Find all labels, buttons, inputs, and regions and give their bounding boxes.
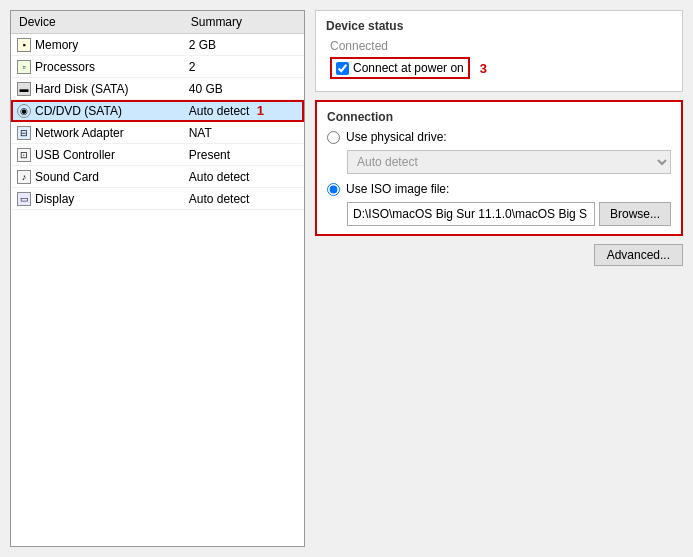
advanced-row: Advanced...	[315, 244, 683, 266]
right-panel: Device status Connected Connect at power…	[315, 10, 683, 547]
connected-row: Connected	[326, 39, 672, 53]
browse-button[interactable]: Browse...	[599, 202, 671, 226]
connected-label: Connected	[330, 39, 388, 53]
device-summary-cell: 40 GB	[183, 78, 304, 100]
cd-icon: ◉	[17, 104, 31, 118]
table-row[interactable]: ▫Processors2	[11, 56, 304, 78]
col-device-header: Device	[11, 11, 183, 34]
device-name-cell: ◉CD/DVD (SATA)	[11, 100, 183, 122]
device-name-cell: ▫Processors	[11, 56, 183, 78]
connect-power-checkbox[interactable]	[336, 62, 349, 75]
usb-icon: ⊡	[17, 148, 31, 162]
connect-power-checkbox-wrapper: Connect at power on	[330, 57, 470, 79]
device-summary-cell: Auto detect	[183, 188, 304, 210]
main-container: Device Summary ▪Memory2 GB▫Processors2▬H…	[0, 0, 693, 557]
mem-icon: ▪	[17, 38, 31, 52]
iso-path-input[interactable]	[347, 202, 595, 226]
device-summary-cell: 2 GB	[183, 34, 304, 56]
device-list-panel: Device Summary ▪Memory2 GB▫Processors2▬H…	[10, 10, 305, 547]
device-summary-cell: NAT	[183, 122, 304, 144]
advanced-button[interactable]: Advanced...	[594, 244, 683, 266]
table-row[interactable]: ▭DisplayAuto detect	[11, 188, 304, 210]
use-iso-row: Use ISO image file:	[327, 182, 671, 196]
use-physical-row: Use physical drive:	[327, 130, 671, 144]
device-name-label: USB Controller	[35, 148, 115, 162]
sound-icon: ♪	[17, 170, 31, 184]
connect-power-row: Connect at power on 3	[326, 57, 672, 79]
device-name-label: Display	[35, 192, 74, 206]
connection-title: Connection	[327, 110, 671, 124]
table-row[interactable]: ▬Hard Disk (SATA)40 GB	[11, 78, 304, 100]
device-name-cell: ▭Display	[11, 188, 183, 210]
monitor-icon: ▭	[17, 192, 31, 206]
device-status-title: Device status	[326, 19, 672, 33]
device-name-cell: ▪Memory	[11, 34, 183, 56]
device-name-label: Hard Disk (SATA)	[35, 82, 129, 96]
annotation-3: 3	[480, 61, 487, 76]
use-iso-radio[interactable]	[327, 183, 340, 196]
device-name-cell: ▬Hard Disk (SATA)	[11, 78, 183, 100]
net-icon: ⊟	[17, 126, 31, 140]
physical-drive-select[interactable]: Auto detect	[347, 150, 671, 174]
device-summary-cell: Auto detect 1	[183, 100, 304, 122]
use-physical-label[interactable]: Use physical drive:	[346, 130, 447, 144]
device-name-label: CD/DVD (SATA)	[35, 104, 122, 118]
cpu-icon: ▫	[17, 60, 31, 74]
table-row[interactable]: ▪Memory2 GB	[11, 34, 304, 56]
connect-power-label[interactable]: Connect at power on	[353, 61, 464, 75]
device-name-label: Network Adapter	[35, 126, 124, 140]
device-name-cell: ⊟Network Adapter	[11, 122, 183, 144]
device-name-label: Sound Card	[35, 170, 99, 184]
device-name-label: Memory	[35, 38, 78, 52]
device-summary-cell: Present	[183, 144, 304, 166]
hd-icon: ▬	[17, 82, 31, 96]
connection-section: Connection Use physical drive: Auto dete…	[315, 100, 683, 236]
device-status-section: Device status Connected Connect at power…	[315, 10, 683, 92]
table-row[interactable]: ⊟Network AdapterNAT	[11, 122, 304, 144]
annotation-1: 1	[257, 103, 264, 118]
auto-detect-dropdown-row: Auto detect	[347, 150, 671, 174]
device-name-cell: ♪Sound Card	[11, 166, 183, 188]
device-table: Device Summary ▪Memory2 GB▫Processors2▬H…	[11, 11, 304, 210]
table-row[interactable]: ♪Sound CardAuto detect	[11, 166, 304, 188]
col-summary-header: Summary	[183, 11, 304, 34]
table-row[interactable]: ◉CD/DVD (SATA)Auto detect 1	[11, 100, 304, 122]
table-row[interactable]: ⊡USB ControllerPresent	[11, 144, 304, 166]
device-name-cell: ⊡USB Controller	[11, 144, 183, 166]
iso-path-row: Browse...	[347, 202, 671, 226]
use-iso-label[interactable]: Use ISO image file:	[346, 182, 449, 196]
use-physical-radio[interactable]	[327, 131, 340, 144]
device-name-label: Processors	[35, 60, 95, 74]
device-summary-cell: 2	[183, 56, 304, 78]
device-summary-cell: Auto detect	[183, 166, 304, 188]
